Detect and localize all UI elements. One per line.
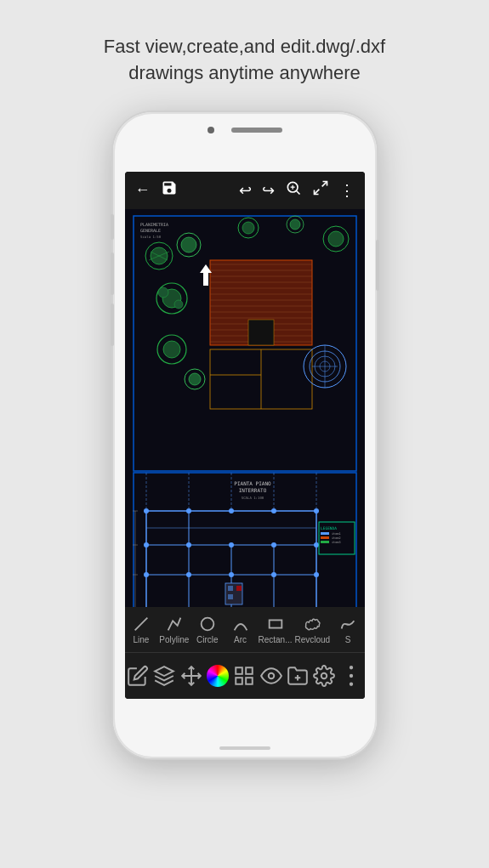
tool-revcloud[interactable]: Revcloud bbox=[294, 615, 330, 644]
svg-rect-102 bbox=[228, 586, 233, 591]
zoom-button[interactable] bbox=[283, 178, 304, 202]
svg-text:Scala 1:50: Scala 1:50 bbox=[140, 235, 162, 239]
tool-layers[interactable] bbox=[153, 665, 175, 687]
svg-line-112 bbox=[135, 617, 148, 630]
svg-rect-120 bbox=[236, 678, 243, 684]
svg-point-80 bbox=[229, 572, 234, 577]
svg-line-5 bbox=[314, 190, 319, 195]
tool-rectangle[interactable]: Rectan... bbox=[259, 615, 293, 644]
svg-point-76 bbox=[271, 542, 276, 547]
home-indicator bbox=[219, 746, 270, 750]
svg-point-125 bbox=[321, 672, 327, 678]
undo-button[interactable]: ↩ bbox=[237, 179, 253, 201]
svg-point-53 bbox=[242, 222, 254, 234]
svg-rect-114 bbox=[269, 620, 281, 627]
drawing-tools-row: Line Polyline Circle bbox=[125, 607, 365, 653]
svg-point-51 bbox=[189, 373, 201, 385]
tool-polyline[interactable]: Polyline bbox=[159, 615, 190, 644]
svg-text:LEGENDA: LEGENDA bbox=[321, 526, 337, 530]
svg-rect-119 bbox=[247, 667, 253, 674]
tool-folder[interactable] bbox=[287, 665, 309, 687]
svg-point-73 bbox=[144, 542, 149, 547]
tool-view[interactable] bbox=[260, 665, 282, 687]
tool-spline[interactable]: S bbox=[333, 615, 363, 644]
svg-line-1 bbox=[296, 191, 299, 195]
front-camera bbox=[208, 127, 214, 133]
svg-rect-97 bbox=[321, 541, 329, 543]
svg-point-55 bbox=[290, 219, 300, 230]
fullscreen-button[interactable] bbox=[310, 178, 331, 202]
svg-point-122 bbox=[269, 672, 275, 678]
mute-button bbox=[111, 214, 114, 240]
speaker bbox=[231, 128, 282, 133]
save-button[interactable] bbox=[159, 178, 179, 202]
utility-tools-row bbox=[125, 653, 365, 699]
svg-text:GENERALE: GENERALE bbox=[140, 228, 161, 233]
redo-button[interactable]: ↪ bbox=[260, 179, 276, 201]
tool-transform[interactable] bbox=[180, 665, 202, 687]
svg-point-78 bbox=[144, 572, 149, 577]
svg-text:PIANTA PIANO: PIANTA PIANO bbox=[234, 480, 271, 486]
tool-edit[interactable] bbox=[127, 665, 149, 687]
tool-color[interactable] bbox=[207, 665, 229, 687]
phone-notch bbox=[194, 121, 296, 139]
svg-rect-104 bbox=[228, 594, 233, 599]
more-button[interactable]: ⋮ bbox=[338, 179, 356, 201]
app-tagline: Fast view,create,and edit.dwg/.dxf drawi… bbox=[104, 34, 385, 87]
back-button[interactable]: ← bbox=[134, 179, 152, 201]
tagline-line1: Fast view,create,and edit.dwg/.dxf bbox=[104, 34, 385, 60]
tool-more2[interactable] bbox=[340, 665, 362, 687]
svg-point-79 bbox=[186, 572, 191, 577]
svg-point-43 bbox=[328, 231, 344, 247]
svg-text:item1: item1 bbox=[332, 532, 341, 536]
app-topbar: ← ↩ ↪ bbox=[125, 172, 365, 209]
color-wheel-icon bbox=[207, 665, 229, 687]
bottom-toolbar: Line Polyline Circle bbox=[125, 607, 365, 699]
svg-text:item2: item2 bbox=[332, 536, 341, 540]
svg-point-81 bbox=[271, 572, 276, 577]
tool-settings[interactable] bbox=[313, 665, 335, 687]
tool-circle[interactable]: Circle bbox=[192, 615, 223, 644]
topbar-left: ← bbox=[134, 178, 179, 202]
svg-rect-103 bbox=[236, 586, 242, 591]
topbar-right: ↩ ↪ bbox=[237, 178, 356, 202]
phone-mockup: ← ↩ ↪ bbox=[113, 112, 377, 758]
tagline-line2: drawings anytime anywhere bbox=[104, 60, 385, 87]
svg-point-49 bbox=[163, 341, 180, 358]
svg-point-41 bbox=[181, 237, 196, 252]
svg-point-82 bbox=[314, 572, 319, 577]
svg-text:PLANIMETRIA: PLANIMETRIA bbox=[140, 222, 168, 227]
svg-rect-26 bbox=[248, 320, 274, 345]
svg-point-113 bbox=[201, 617, 213, 630]
svg-point-47 bbox=[174, 300, 183, 309]
svg-point-46 bbox=[158, 287, 168, 298]
svg-line-4 bbox=[321, 182, 327, 187]
svg-rect-95 bbox=[321, 532, 329, 535]
svg-point-74 bbox=[186, 542, 191, 547]
volume-up-button bbox=[111, 252, 114, 295]
tool-line[interactable]: Line bbox=[126, 615, 156, 644]
svg-rect-118 bbox=[236, 667, 243, 674]
svg-marker-115 bbox=[156, 667, 174, 676]
volume-down-button bbox=[111, 304, 114, 346]
svg-rect-96 bbox=[321, 536, 329, 539]
phone-screen: ← ↩ ↪ bbox=[125, 172, 365, 699]
svg-rect-121 bbox=[247, 678, 253, 684]
cad-drawing-area[interactable]: PLANIMETRIA GENERALE Scala 1:50 bbox=[125, 209, 365, 634]
svg-point-77 bbox=[314, 542, 319, 547]
svg-text:SCALA 1:100: SCALA 1:100 bbox=[241, 496, 264, 500]
svg-point-75 bbox=[229, 542, 234, 547]
svg-text:item3: item3 bbox=[332, 541, 341, 544]
tool-arc[interactable]: Arc bbox=[225, 615, 256, 644]
tool-grid[interactable] bbox=[233, 665, 255, 687]
svg-text:INTERRATO: INTERRATO bbox=[238, 487, 266, 493]
power-button bbox=[376, 240, 379, 291]
phone-frame: ← ↩ ↪ bbox=[113, 112, 377, 758]
